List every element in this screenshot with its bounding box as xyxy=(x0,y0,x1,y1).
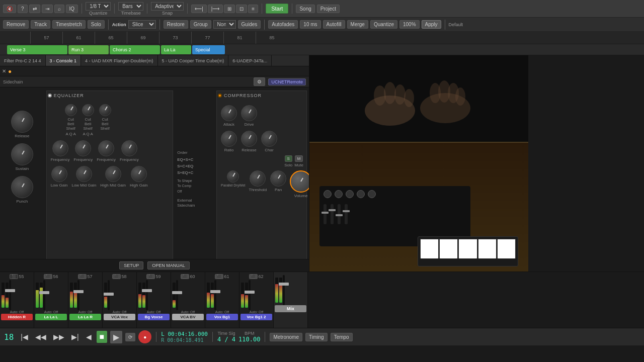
project-button[interactable]: Project xyxy=(317,5,340,13)
ch-label-57[interactable]: La La R xyxy=(69,314,101,320)
track-btn[interactable]: Track xyxy=(31,20,50,29)
ch-fader-handle-mix[interactable] xyxy=(279,283,289,286)
ch-input-btn-58[interactable]: ⬛ xyxy=(112,274,121,279)
ch-label-59[interactable]: Bg Voxse xyxy=(138,314,170,320)
ch-fader-handle-55[interactable] xyxy=(5,289,15,292)
eq-cut-knob-2[interactable] xyxy=(82,104,94,116)
mute-toggle[interactable]: M xyxy=(295,155,303,162)
remove-btn[interactable]: Remove xyxy=(3,20,29,29)
percent-btn[interactable]: 100% xyxy=(399,20,420,29)
timestretch-btn[interactable]: Timestretch xyxy=(52,20,86,29)
guides-btn[interactable]: Guides xyxy=(238,20,261,29)
eq-cut-knob-3[interactable] xyxy=(99,104,111,116)
mute-btn[interactable]: 🔇 xyxy=(3,5,16,13)
clip-lala[interactable]: La La xyxy=(161,45,191,54)
rewind-btn[interactable]: ◀◀ xyxy=(33,332,48,342)
plugin-tab-2[interactable]: 4 - UAD MXR Flanger-Doubler(m) xyxy=(81,55,158,66)
eq-freq-knob-4[interactable] xyxy=(121,140,137,156)
none-select[interactable]: None xyxy=(213,20,236,29)
eq-cut-knob-1[interactable] xyxy=(65,104,77,116)
clip-run3[interactable]: Run 3 xyxy=(68,45,109,54)
eq-freq-knob-1[interactable] xyxy=(52,140,68,156)
song-button[interactable]: Song xyxy=(296,5,314,13)
flex-btn3[interactable]: ≡ xyxy=(248,5,258,13)
eq-gain-lowmid-knob[interactable] xyxy=(76,166,92,182)
flex-tool-btn[interactable]: ⊞ xyxy=(224,5,235,13)
drive-knob[interactable] xyxy=(241,105,257,121)
ch-fader-handle-57[interactable] xyxy=(73,290,84,293)
volume-knob[interactable] xyxy=(290,170,309,193)
ch-input-btn-60[interactable]: ⬛ xyxy=(181,274,189,279)
ch-fader-handle-58[interactable] xyxy=(104,293,114,296)
quantize-value-select[interactable]: 1/8 T xyxy=(86,2,111,11)
plugin-tab-0[interactable]: Filter Pro-C 2 14 4 xyxy=(0,55,46,66)
ch-input-btn-56[interactable]: ⬛ xyxy=(44,274,52,279)
eq-gain-high-knob[interactable] xyxy=(131,166,147,182)
autofade-time-btn[interactable]: 10 ms xyxy=(300,20,320,29)
autofades-btn[interactable]: Autofades xyxy=(268,20,298,29)
metronome-btn[interactable]: Metronome xyxy=(270,333,302,341)
align-left-btn[interactable]: ⟵| xyxy=(191,5,207,13)
settings-icon-btn[interactable]: ⚙ xyxy=(254,77,265,86)
ch-label-60[interactable]: VCA BV xyxy=(172,314,204,320)
setup-button[interactable]: SETUP xyxy=(119,261,143,269)
threshold-knob[interactable] xyxy=(250,170,266,187)
release-knob[interactable] xyxy=(11,111,33,133)
eq-freq-knob-2[interactable] xyxy=(75,140,91,156)
stop-btn[interactable]: ■ xyxy=(97,331,108,343)
eq-freq-knob-3[interactable] xyxy=(98,140,114,156)
ch-input-btn-57[interactable]: ⬛ xyxy=(78,274,87,279)
flex-btn2[interactable]: ⊡ xyxy=(236,5,247,13)
solo-btn[interactable]: Solo xyxy=(88,20,105,29)
tempo-btn[interactable]: Tempo xyxy=(331,333,353,341)
iq-btn[interactable]: IQ xyxy=(66,5,78,13)
plugin-tab-4[interactable]: 6-UADEP-34Ta... xyxy=(228,55,272,66)
ch-label-56[interactable]: La La L xyxy=(35,314,67,320)
release-comp-knob[interactable] xyxy=(241,131,257,147)
quantize-btn[interactable]: Quantize xyxy=(370,20,397,29)
clip-chorus2[interactable]: Chorus 2 xyxy=(110,45,160,54)
ch-fader-handle-61[interactable] xyxy=(210,290,220,293)
restore-btn[interactable]: Restore xyxy=(164,20,188,29)
merge-btn[interactable]: Merge xyxy=(347,20,368,29)
rewind-start-btn[interactable]: |◀ xyxy=(19,332,30,342)
prev-marker-btn[interactable]: ◀ xyxy=(84,332,94,342)
eq-gain-highmid-knob[interactable] xyxy=(105,166,121,182)
timebase-select[interactable]: Bars xyxy=(118,2,143,11)
plugin-tab-3[interactable]: 5 - UAD Cooper Time Cube(m) xyxy=(158,55,229,66)
ch-input-btn-59[interactable]: ⬛ xyxy=(146,274,155,279)
pan-knob[interactable] xyxy=(270,170,286,187)
record-btn[interactable]: ● xyxy=(138,330,151,343)
eq-gain-low-knob[interactable] xyxy=(51,166,67,182)
loop-play-btn[interactable]: ⟳ xyxy=(125,333,135,341)
char-knob[interactable] xyxy=(261,131,277,147)
play-btn[interactable]: ▶ xyxy=(110,331,122,343)
start-button[interactable]: Start xyxy=(266,4,288,14)
ch-fader-handle-60[interactable] xyxy=(172,291,182,294)
attack-knob[interactable] xyxy=(221,105,237,121)
ch-label-58[interactable]: VCA Vox xyxy=(104,314,135,320)
ch-input-btn-61[interactable]: ⬛ xyxy=(215,274,223,279)
ch-label-62[interactable]: Vox Bg1 2 xyxy=(240,314,272,320)
skip-btn[interactable]: ⇥ xyxy=(42,5,53,13)
clip-verse3[interactable]: Verse 3 xyxy=(7,45,67,54)
slice-select[interactable]: Slice xyxy=(128,20,156,29)
ratio-knob[interactable] xyxy=(221,131,237,147)
ch-label-61[interactable]: Vox Bg1 xyxy=(206,314,238,320)
ch-fader-handle-62[interactable] xyxy=(245,291,255,294)
plugin-close-btn[interactable]: ✕ xyxy=(2,68,6,74)
punch-knob[interactable] xyxy=(11,176,33,198)
ch-label-mix[interactable]: Mix xyxy=(275,305,306,312)
plugin-tab-1[interactable]: 3 - Console 1 xyxy=(46,55,82,66)
solo-toggle[interactable]: S xyxy=(285,155,292,162)
align-right-btn[interactable]: |⟶ xyxy=(208,5,223,13)
clip-special[interactable]: Special xyxy=(192,45,225,54)
search-btn[interactable]: ⌕ xyxy=(54,5,64,13)
timing-btn[interactable]: Timing xyxy=(305,333,328,341)
ch-fader-handle-56[interactable] xyxy=(39,291,49,294)
autofill-btn[interactable]: Autofill xyxy=(323,20,345,29)
parallel-knob[interactable] xyxy=(227,170,239,183)
ch-input-btn-62[interactable]: ⬛ xyxy=(249,274,258,279)
apply-btn[interactable]: Apply xyxy=(422,20,441,29)
loop-btn[interactable]: ⇄ xyxy=(29,5,40,13)
